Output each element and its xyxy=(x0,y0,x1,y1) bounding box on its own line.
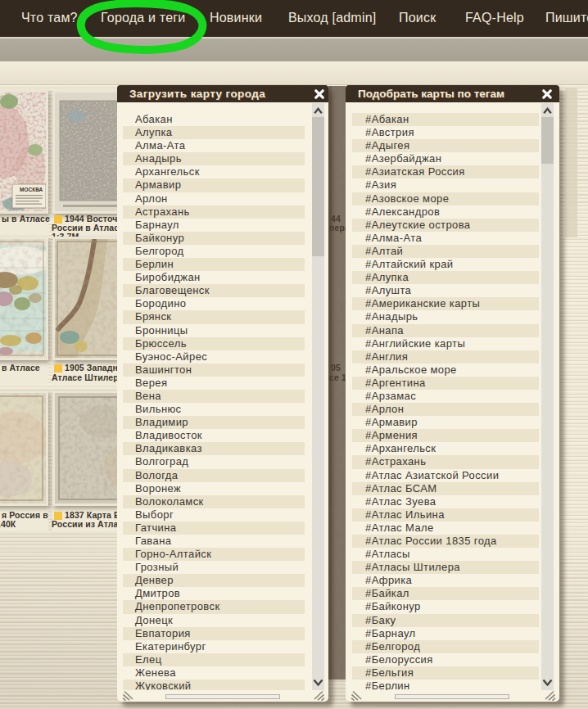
svg-text:МОСКВА: МОСКВА xyxy=(20,187,43,192)
